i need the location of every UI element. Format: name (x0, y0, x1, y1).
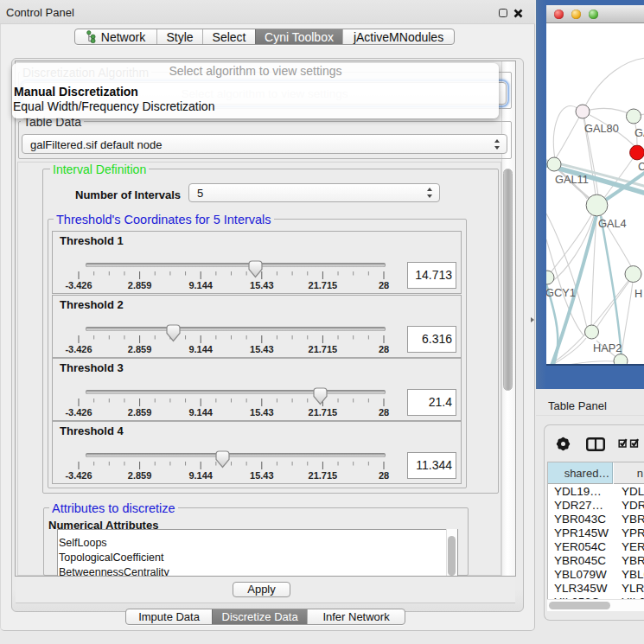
svg-text:GAL11: GAL11 (555, 173, 589, 186)
svg-text:C: C (638, 160, 644, 173)
svg-text:HAP2: HAP2 (593, 341, 622, 354)
svg-text:GCY1: GCY1 (546, 286, 576, 299)
svg-text:GAL4: GAL4 (598, 217, 627, 230)
svg-text:GAL80: GAL80 (584, 122, 619, 135)
svg-text:GA: GA (634, 126, 644, 139)
svg-text:H: H (634, 287, 642, 300)
